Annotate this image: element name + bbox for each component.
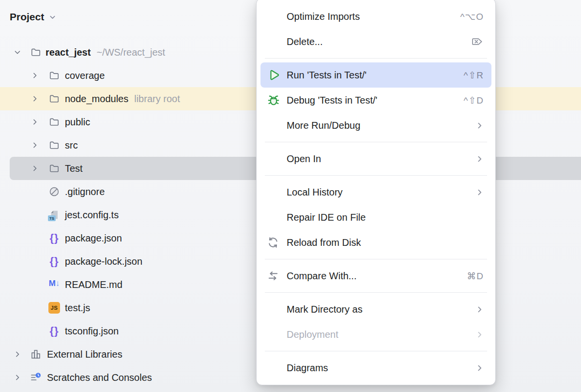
expander-collapse-icon[interactable] [14,48,21,56]
submenu-arrow-icon [475,155,484,163]
tree-item-label: Test [65,163,83,174]
menu-separator [265,351,487,351]
menu-item-more-run-debug[interactable]: More Run/Debug [260,113,491,138]
debug-bug-icon [266,93,283,107]
menu-icon-slot [266,185,283,199]
menu-item-repair-ide-on-file[interactable]: Repair IDE on File [260,205,491,230]
ts-badge: TS [48,215,56,221]
folder-icon [48,163,60,174]
expander-expand-icon[interactable] [14,350,21,358]
folder-icon [48,139,60,151]
tree-item-label: tsconfig.json [65,326,119,337]
tree-item-label: Scratches and Consoles [47,372,152,383]
expander-expand-icon[interactable] [14,374,21,381]
project-view-title: Project [10,11,44,23]
folder-icon [48,116,60,128]
javascript-file-icon: JS [48,302,60,314]
menu-item-open-in[interactable]: Open In [260,146,491,171]
menu-item-label: Mark Directory as [287,304,363,315]
menu-separator [265,142,487,142]
menu-item-debug-tests-in-test[interactable]: Debug 'Tests in Test/' ^⇧D [260,88,491,113]
menu-item-label: Open In [287,153,321,165]
menu-item-label: Diagrams [287,362,328,374]
tree-item-label: package.json [65,233,122,244]
menu-separator [265,175,487,176]
tree-item-label: node_modules [65,93,128,105]
menu-item-local-history[interactable]: Local History [260,180,491,205]
shortcut-hint: ⌘D [467,271,484,282]
root-path: ~/WS/react_jest [96,47,165,58]
tree-item-label: package-lock.json [65,256,142,267]
menu-separator [265,259,487,259]
ignored-file-icon [48,186,60,197]
delete-forward-icon [471,35,484,48]
root-name: react_jest [46,47,91,58]
markdown-file-icon: M↓ [48,279,60,290]
menu-icon-slot [266,302,283,317]
context-menu: Optimize Imports ^⌥O Delete... Run 'Test… [256,0,496,385]
chevron-down-icon [49,14,56,21]
ts-config-file-icon: TS [48,209,60,221]
menu-item-mark-directory-as[interactable]: Mark Directory as [260,297,491,322]
submenu-arrow-icon [475,121,484,130]
expander-expand-icon[interactable] [31,141,39,149]
menu-item-delete[interactable]: Delete... [260,29,491,54]
menu-item-reload-from-disk[interactable]: Reload from Disk [260,230,491,255]
project-tool-window: Project react_jest ~/WS/react_jest cover… [0,0,581,392]
menu-item-label: Reload from Disk [287,237,361,248]
menu-item-label: Local History [287,187,343,198]
menu-separator [265,58,487,59]
expander-expand-icon[interactable] [31,72,39,79]
menu-item-label: Optimize Imports [287,11,360,22]
json-file-icon: {} [48,256,60,267]
menu-item-label: Debug 'Tests in Test/' [287,95,377,106]
menu-icon-slot [266,327,283,342]
folder-icon [30,46,42,58]
menu-icon-slot [266,9,283,24]
menu-item-compare-with[interactable]: Compare With... ⌘D [260,263,491,288]
library-root-annotation: library root [134,93,180,105]
shortcut-hint: ^⇧R [463,70,484,81]
tree-item-label: External Libraries [47,349,122,360]
expander-expand-icon[interactable] [31,118,39,126]
tree-item-label: coverage [65,70,105,81]
submenu-arrow-icon [475,305,484,314]
menu-item-label: More Run/Debug [287,120,360,131]
menu-item-run-tests-in-test[interactable]: Run 'Tests in Test/' ^⇧R [260,62,491,88]
json-file-icon: {} [48,325,60,337]
menu-item-label: Deployment [287,329,338,340]
reload-icon [266,235,283,250]
expander-expand-icon[interactable] [31,95,39,103]
tree-item-label: src [65,140,78,151]
menu-item-optimize-imports[interactable]: Optimize Imports ^⌥O [260,4,491,29]
tree-item-label: jest.config.ts [65,210,119,221]
menu-icon-slot [266,118,283,133]
menu-separator [265,292,487,293]
project-view-header[interactable]: Project [10,9,56,25]
run-icon [266,68,283,82]
folder-icon [48,93,60,105]
menu-icon-slot [266,361,283,375]
submenu-arrow-icon [475,188,484,196]
tree-item-label: test.js [65,302,90,314]
menu-icon-slot [266,34,283,49]
tree-item-label: .gitignore [65,186,105,197]
external-libraries-icon [30,348,42,360]
shortcut-hint: ^⇧D [463,95,484,106]
scratches-icon [30,372,42,383]
submenu-arrow-icon [475,364,484,372]
menu-item-label: Repair IDE on File [287,212,366,223]
compare-icon [266,269,283,283]
menu-item-label: Run 'Tests in Test/' [287,70,367,81]
tree-item-label: public [65,117,90,128]
shortcut-hint: ^⌥O [460,11,484,22]
menu-item-deployment[interactable]: Deployment [260,322,491,347]
expander-expand-icon[interactable] [31,165,39,172]
submenu-arrow-icon [475,331,484,339]
menu-item-diagrams[interactable]: Diagrams [260,355,491,380]
menu-icon-slot [266,151,283,166]
json-file-icon: {} [48,232,60,244]
menu-item-label: Compare With... [287,271,356,282]
menu-icon-slot [266,210,283,225]
folder-icon [48,70,60,81]
